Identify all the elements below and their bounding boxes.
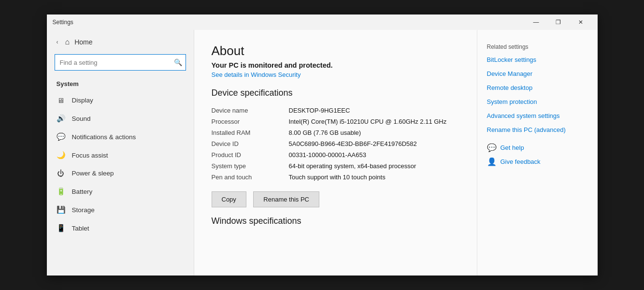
table-row: Installed RAM 8.00 GB (7.76 GB usable) bbox=[212, 127, 458, 138]
sidebar-item-label: Storage bbox=[72, 206, 95, 214]
spec-label: Processor bbox=[212, 116, 289, 127]
spec-label: Installed RAM bbox=[212, 127, 289, 138]
content-area: ‹ ⌂ Home 🔍 System 🖥 Display 🔊 Sound 💬 bbox=[47, 30, 598, 276]
spec-label: System type bbox=[212, 160, 289, 172]
right-panel: Related settings BitLocker settings Devi… bbox=[477, 30, 598, 276]
sidebar-item-notifications[interactable]: 💬 Notifications & actions bbox=[47, 128, 194, 146]
window-controls: — ❐ ✕ bbox=[525, 14, 592, 30]
close-button[interactable]: ✕ bbox=[570, 14, 592, 30]
spec-value: Touch support with 10 touch points bbox=[289, 172, 458, 183]
bitlocker-link[interactable]: BitLocker settings bbox=[487, 56, 588, 63]
table-row: Pen and touch Touch support with 10 touc… bbox=[212, 172, 458, 183]
table-row: Device name DESKTOP-9HG1EEC bbox=[212, 105, 458, 116]
protection-text: Your PC is monitored and protected. bbox=[212, 61, 458, 69]
spec-value: DESKTOP-9HG1EEC bbox=[289, 105, 458, 116]
security-link[interactable]: See details in Windows Security bbox=[212, 71, 458, 78]
notifications-icon: 💬 bbox=[57, 132, 65, 141]
sidebar-item-sound[interactable]: 🔊 Sound bbox=[47, 109, 194, 128]
windows-specs-title: Windows specifications bbox=[212, 216, 458, 226]
table-row: Device ID 5A0C6890-B966-4E3D-BB6F-2FE419… bbox=[212, 138, 458, 149]
spec-value: 8.00 GB (7.76 GB usable) bbox=[289, 127, 458, 138]
give-feedback-icon: 👤 bbox=[487, 157, 497, 166]
spec-value: Intel(R) Core(TM) i5-10210U CPU @ 1.60GH… bbox=[289, 116, 458, 127]
action-buttons: Copy Rename this PC bbox=[212, 191, 458, 212]
display-icon: 🖥 bbox=[57, 96, 65, 104]
sidebar-item-storage[interactable]: 💾 Storage bbox=[47, 201, 194, 219]
help-section: 💬 Get help 👤 Give feedback bbox=[487, 143, 588, 166]
sidebar-item-focus[interactable]: 🌙 Focus assist bbox=[47, 146, 194, 164]
device-manager-link[interactable]: Device Manager bbox=[487, 70, 588, 77]
minimize-button[interactable]: — bbox=[525, 14, 547, 30]
sidebar-item-power[interactable]: ⏻ Power & sleep bbox=[47, 164, 194, 182]
spec-label: Device name bbox=[212, 105, 289, 116]
home-link[interactable]: ‹ ⌂ Home bbox=[47, 34, 194, 50]
sidebar-item-label: Tablet bbox=[72, 225, 89, 232]
spec-label: Product ID bbox=[212, 149, 289, 160]
sound-icon: 🔊 bbox=[57, 114, 65, 123]
home-icon: ⌂ bbox=[65, 38, 70, 46]
remote-desktop-link[interactable]: Remote desktop bbox=[487, 84, 588, 91]
back-arrow-icon: ‹ bbox=[57, 39, 58, 45]
spec-label: Pen and touch bbox=[212, 172, 289, 183]
settings-window: Settings — ❐ ✕ ‹ ⌂ Home 🔍 System 🖥 bbox=[47, 14, 598, 276]
get-help-icon: 💬 bbox=[487, 143, 497, 152]
spec-value: 5A0C6890-B966-4E3D-BB6F-2FE41976D582 bbox=[289, 138, 458, 149]
sidebar-item-label: Notifications & actions bbox=[72, 133, 136, 141]
advanced-system-link[interactable]: Advanced system settings bbox=[487, 112, 588, 119]
table-row: System type 64-bit operating system, x64… bbox=[212, 160, 458, 172]
spec-value: 64-bit operating system, x64-based proce… bbox=[289, 160, 458, 172]
device-specs-title: Device specifications bbox=[212, 88, 458, 98]
focus-icon: 🌙 bbox=[57, 151, 65, 160]
page-title: About bbox=[212, 44, 458, 58]
search-container: 🔍 bbox=[47, 50, 194, 74]
table-row: Product ID 00331-10000-00001-AA653 bbox=[212, 149, 458, 160]
sidebar-item-tablet[interactable]: 📱 Tablet bbox=[47, 219, 194, 237]
get-help-link[interactable]: Get help bbox=[501, 144, 524, 151]
home-label: Home bbox=[74, 38, 92, 46]
copy-button[interactable]: Copy bbox=[212, 191, 246, 207]
power-icon: ⏻ bbox=[57, 169, 65, 177]
title-bar: Settings — ❐ ✕ bbox=[47, 14, 598, 30]
tablet-icon: 📱 bbox=[57, 224, 65, 232]
battery-icon: 🔋 bbox=[57, 187, 65, 196]
specs-table: Device name DESKTOP-9HG1EEC Processor In… bbox=[212, 105, 458, 183]
search-wrapper: 🔍 bbox=[55, 54, 186, 71]
sidebar-item-label: Battery bbox=[72, 188, 93, 195]
sidebar-item-label: Display bbox=[72, 97, 93, 104]
spec-value: 00331-10000-00001-AA653 bbox=[289, 149, 458, 160]
spec-label: Device ID bbox=[212, 138, 289, 149]
search-input[interactable] bbox=[55, 54, 186, 71]
table-row: Processor Intel(R) Core(TM) i5-10210U CP… bbox=[212, 116, 458, 127]
sidebar-item-battery[interactable]: 🔋 Battery bbox=[47, 182, 194, 201]
maximize-button[interactable]: ❐ bbox=[547, 14, 570, 30]
get-help-item[interactable]: 💬 Get help bbox=[487, 143, 588, 152]
storage-icon: 💾 bbox=[57, 205, 65, 214]
sidebar-item-display[interactable]: 🖥 Display bbox=[47, 91, 194, 109]
sidebar: ‹ ⌂ Home 🔍 System 🖥 Display 🔊 Sound 💬 bbox=[47, 30, 194, 276]
rename-advanced-link[interactable]: Rename this PC (advanced) bbox=[487, 126, 588, 133]
related-settings-title: Related settings bbox=[487, 44, 588, 50]
sidebar-item-label: Focus assist bbox=[72, 152, 108, 159]
system-protection-link[interactable]: System protection bbox=[487, 98, 588, 105]
window-title: Settings bbox=[53, 19, 73, 26]
main-content: About Your PC is monitored and protected… bbox=[194, 30, 477, 276]
give-feedback-link[interactable]: Give feedback bbox=[501, 158, 541, 165]
section-label: System bbox=[47, 78, 194, 91]
sidebar-item-label: Sound bbox=[72, 115, 91, 122]
rename-button[interactable]: Rename this PC bbox=[253, 191, 319, 207]
sidebar-item-label: Power & sleep bbox=[72, 170, 114, 177]
give-feedback-item[interactable]: 👤 Give feedback bbox=[487, 157, 588, 166]
search-icon[interactable]: 🔍 bbox=[174, 58, 182, 66]
